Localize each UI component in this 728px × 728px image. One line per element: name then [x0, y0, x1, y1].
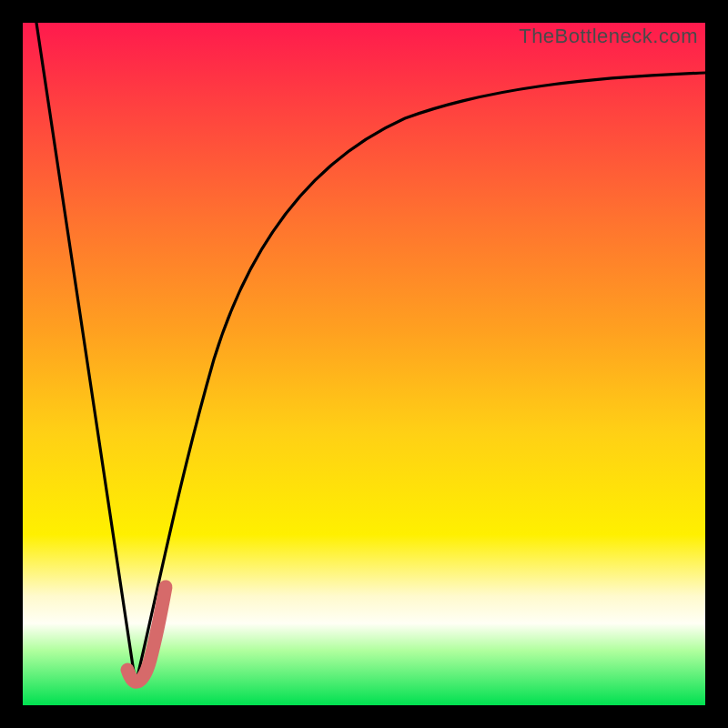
- rising-curve: [136, 73, 705, 684]
- chart-svg: [23, 23, 705, 705]
- left-descent-line: [36, 23, 136, 684]
- plot-area: TheBottleneck.com: [23, 23, 705, 705]
- outer-frame: TheBottleneck.com: [0, 0, 728, 728]
